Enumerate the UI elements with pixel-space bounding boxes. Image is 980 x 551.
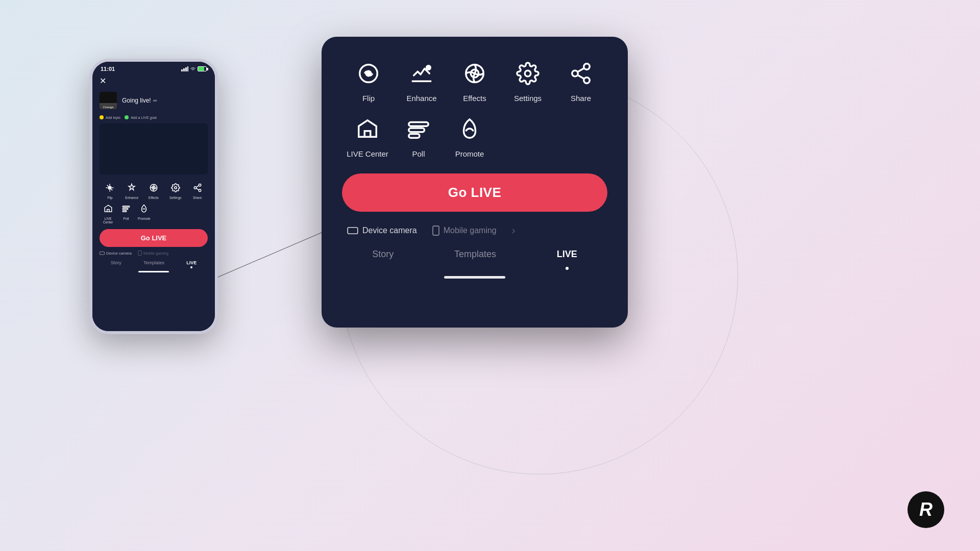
enhance-icon-small: [125, 181, 139, 195]
svg-point-11: [194, 187, 197, 189]
status-bar: 11:01: [92, 62, 215, 74]
camera-options-small: Device camera Mobile gaming: [92, 249, 215, 257]
sidebar-item-live-center-small[interactable]: LIVE Center: [100, 202, 116, 224]
more-options-indicator: ›: [512, 224, 516, 236]
home-indicator: [444, 276, 505, 279]
time: 11:01: [101, 66, 115, 72]
settings-label: Settings: [514, 94, 542, 103]
live-center-button[interactable]: LIVE Center: [342, 113, 393, 158]
big-icons-row2: LIVE Center Poll Promote: [322, 108, 628, 168]
enhance-label: Enhance: [406, 94, 436, 103]
share-button[interactable]: Share: [560, 57, 601, 103]
add-goal-btn[interactable]: Add a LIVE goal: [125, 115, 157, 119]
topic-dot-yellow: [100, 115, 104, 119]
svg-rect-4: [187, 66, 188, 71]
r-logo: R: [908, 491, 944, 528]
sidebar-item-poll-small[interactable]: Poll: [117, 202, 134, 224]
settings-button[interactable]: Settings: [507, 57, 548, 103]
flip-icon-small: [103, 181, 117, 195]
tablet-icon-small: [138, 251, 142, 256]
tab-live-small[interactable]: LIVE: [186, 260, 197, 268]
share-label: Share: [571, 94, 591, 103]
edit-icon: ✏: [153, 98, 157, 104]
svg-rect-34: [348, 227, 358, 233]
enhance-button[interactable]: Enhance: [401, 57, 442, 103]
mobile-gaming-option[interactable]: Mobile gaming: [432, 226, 497, 236]
tab-templates[interactable]: Templates: [454, 249, 496, 270]
svg-rect-15: [122, 206, 130, 207]
camera-icon: [347, 227, 358, 235]
settings-label-small: Settings: [169, 196, 182, 199]
wifi-icon: [190, 66, 196, 71]
tab-live[interactable]: LIVE: [557, 249, 577, 270]
active-tab-dot: [566, 267, 569, 270]
live-center-label: LIVE Center: [347, 149, 388, 158]
promote-label: Promote: [455, 149, 484, 158]
goal-dot-green: [125, 115, 129, 119]
settings-icon-small: [168, 181, 183, 195]
zoom-card: Flip Enhance: [322, 37, 628, 328]
sidebar-item-share-small[interactable]: Share: [187, 181, 208, 199]
svg-rect-3: [185, 67, 187, 71]
svg-point-27: [572, 70, 578, 77]
promote-button[interactable]: Promote: [444, 113, 495, 158]
poll-icon: [402, 113, 435, 145]
tablet-icon: [432, 226, 439, 236]
sidebar-item-promote-small[interactable]: Promote: [136, 202, 153, 224]
svg-rect-33: [409, 134, 420, 138]
svg-point-26: [584, 64, 590, 69]
svg-point-25: [525, 70, 531, 77]
go-live-button-small[interactable]: Go LIVE: [100, 229, 208, 247]
device-camera-option-small[interactable]: Device camera: [100, 251, 132, 256]
flip-label: Flip: [362, 94, 375, 103]
tab-story-small[interactable]: Story: [111, 260, 121, 268]
go-live-button[interactable]: Go LIVE: [342, 173, 607, 212]
signal-icon: [181, 66, 188, 71]
svg-rect-17: [122, 211, 127, 212]
device-camera-option[interactable]: Device camera: [347, 226, 417, 235]
sidebar-item-effects-small[interactable]: Effects: [143, 181, 164, 199]
poll-button[interactable]: Poll: [393, 113, 444, 158]
phone-header: ✕: [92, 74, 215, 88]
camera-options-big: Device camera Mobile gaming ›: [322, 217, 628, 244]
sidebar-item-settings-small[interactable]: Settings: [165, 181, 186, 199]
phone-frame: 11:01: [89, 59, 218, 334]
live-center-label-small: LIVE Center: [100, 217, 116, 224]
close-button[interactable]: ✕: [100, 76, 106, 86]
sidebar-item-enhance-small[interactable]: Enhance: [121, 181, 142, 199]
svg-line-29: [577, 75, 584, 79]
tab-templates-small[interactable]: Templates: [143, 260, 164, 268]
flip-label-small: Flip: [107, 196, 112, 199]
sidebar-item-flip-small[interactable]: Flip: [100, 181, 120, 199]
user-section: Change Going live! ✏: [92, 88, 215, 113]
effects-button[interactable]: Effects: [454, 57, 495, 103]
enhance-icon: [405, 57, 438, 90]
svg-rect-19: [138, 251, 142, 256]
flip-icon: [352, 57, 385, 90]
poll-icon-small: [119, 202, 133, 216]
live-center-icon-small: [101, 202, 115, 216]
user-avatar: Change: [100, 92, 117, 109]
promote-icon-small: [137, 202, 151, 216]
camera-icon-small: [100, 251, 105, 255]
poll-label-small: Poll: [124, 217, 129, 220]
svg-point-10: [199, 184, 201, 187]
svg-point-28: [584, 78, 590, 84]
tab-story[interactable]: Story: [372, 249, 394, 270]
going-live-text: Going live! ✏: [122, 97, 157, 104]
small-icons-row1: Flip Enhance: [92, 177, 215, 202]
mobile-gaming-option-small[interactable]: Mobile gaming: [138, 251, 168, 256]
add-topic-btn[interactable]: Add topic: [100, 115, 120, 119]
svg-rect-18: [100, 252, 105, 255]
topic-bar: Add topic Add a LIVE goal: [92, 113, 215, 121]
phone-container: 11:01: [89, 59, 218, 334]
share-icon-small: [190, 181, 205, 195]
share-label-small: Share: [193, 196, 202, 199]
svg-point-9: [175, 187, 177, 189]
tabs-big: Story Templates LIVE: [322, 244, 628, 270]
home-indicator-small: [138, 271, 169, 272]
flip-button[interactable]: Flip: [348, 57, 389, 103]
svg-rect-1: [181, 69, 183, 71]
svg-point-12: [199, 189, 201, 192]
effects-label: Effects: [463, 94, 486, 103]
